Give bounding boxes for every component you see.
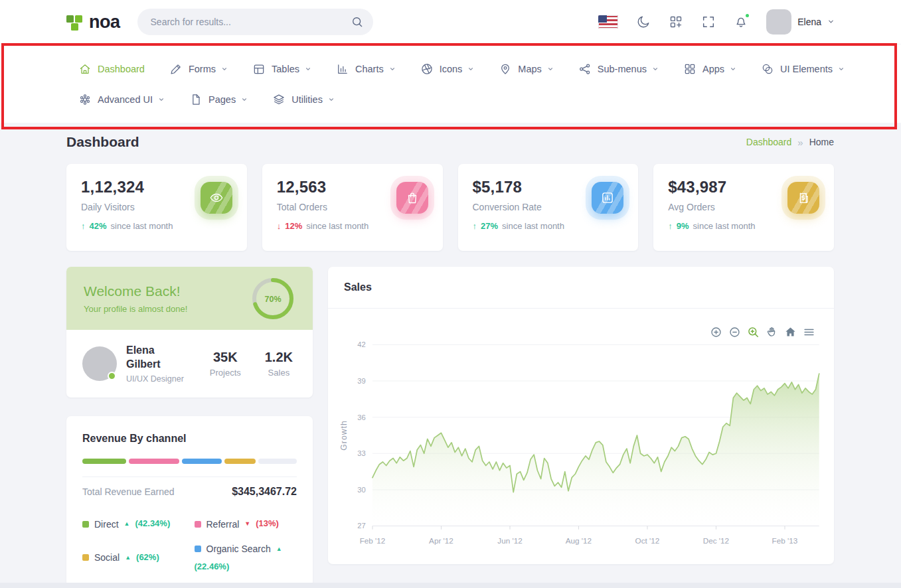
profile-progress-ring: 70% bbox=[250, 276, 295, 321]
svg-text:Apr '12: Apr '12 bbox=[429, 536, 453, 545]
triangle-down-icon: ▼ bbox=[244, 520, 250, 528]
pan-icon[interactable] bbox=[766, 326, 778, 338]
legend-percent: (42.34%) bbox=[135, 518, 170, 530]
progress-percent-label: 70% bbox=[264, 294, 281, 303]
revenue-legend: Direct▲(42.34%)Referral▼(13%)Social▲(62%… bbox=[82, 518, 297, 573]
user-name: Elena bbox=[797, 17, 821, 27]
sales-area-chart[interactable]: 423936333027Feb '12Apr '12Jun '12Aug '12… bbox=[337, 331, 829, 561]
us-flag-icon[interactable] bbox=[598, 15, 618, 29]
svg-text:Jun '12: Jun '12 bbox=[497, 536, 522, 545]
file-icon bbox=[189, 93, 203, 106]
welcome-title: Welcome Back! bbox=[84, 283, 187, 299]
chevron-down-icon bbox=[241, 96, 248, 103]
triangle-up-icon: ▲ bbox=[124, 520, 130, 528]
nav-item-label: Pages bbox=[208, 94, 236, 105]
bell-icon[interactable] bbox=[734, 15, 748, 29]
legend-swatch bbox=[195, 546, 201, 552]
moon-icon[interactable] bbox=[636, 15, 651, 29]
nav-item-label: Sub-menus bbox=[598, 64, 647, 74]
menu-icon[interactable] bbox=[803, 326, 815, 338]
nav-item-dashboard[interactable]: Dashboard bbox=[78, 62, 145, 76]
arrow-down-icon: ↓ bbox=[277, 221, 282, 231]
revenue-card: Revenue By channel Total Revenue Earned … bbox=[66, 416, 313, 587]
profile-stats: 35KProjects1.2KSales bbox=[210, 350, 297, 378]
legend-label: Social bbox=[94, 551, 120, 564]
layers-icon bbox=[272, 93, 286, 106]
profile-name: Elena Gilbert bbox=[126, 344, 173, 372]
search-icon[interactable] bbox=[351, 15, 364, 29]
revenue-segment-track bbox=[258, 459, 297, 464]
welcome-subtitle: Your profile is almost done! bbox=[84, 304, 187, 314]
nav-item-sub-menus[interactable]: Sub-menus bbox=[578, 62, 659, 76]
stat-card-daily-visitors: 1,12,324Daily Visitors↑42%since last mon… bbox=[66, 164, 247, 251]
stat-delta: ↑9%since last month bbox=[668, 221, 819, 231]
svg-text:33: 33 bbox=[357, 449, 365, 457]
breadcrumb: Dashboard » Home bbox=[746, 137, 834, 148]
nav-item-label: UI Elements bbox=[780, 64, 833, 74]
chevron-down-icon bbox=[328, 96, 335, 103]
svg-text:Feb '12: Feb '12 bbox=[360, 536, 386, 545]
brand-logo-icon bbox=[66, 13, 84, 31]
svg-text:Oct '12: Oct '12 bbox=[635, 536, 660, 545]
selection-zoom-icon[interactable] bbox=[747, 326, 760, 338]
breadcrumb-home[interactable]: Home bbox=[809, 137, 834, 147]
search-input[interactable] bbox=[151, 17, 351, 27]
stat-card-conversion-rate: $5,178Conversion Rate↑27%since last mont… bbox=[458, 164, 639, 251]
nav-item-tables[interactable]: Tables bbox=[252, 62, 311, 76]
brand-logo[interactable]: noa bbox=[66, 12, 120, 33]
fullscreen-icon[interactable] bbox=[701, 15, 716, 29]
chevron-down-icon bbox=[221, 66, 228, 72]
footer-strip bbox=[0, 583, 901, 588]
stat-delta: ↓12%since last month bbox=[277, 221, 428, 231]
home-icon bbox=[78, 62, 92, 76]
revenue-segment-social bbox=[224, 459, 256, 464]
nav-item-label: Dashboard bbox=[98, 64, 145, 74]
revenue-segment-referral bbox=[129, 459, 179, 464]
legend-label: Referral bbox=[206, 518, 240, 531]
zoom-in-icon[interactable] bbox=[710, 326, 722, 338]
notification-dot bbox=[744, 13, 750, 19]
revenue-total-row: Total Revenue Earned $345,3467.72 bbox=[82, 477, 297, 506]
grid-icon bbox=[683, 62, 696, 76]
nav-item-label: Apps bbox=[702, 64, 724, 74]
arrow-up-icon: ↑ bbox=[473, 221, 477, 231]
legend-label: Direct bbox=[94, 518, 119, 531]
nav-item-apps[interactable]: Apps bbox=[683, 62, 736, 76]
nav-item-label: Tables bbox=[272, 64, 299, 74]
svg-text:Aug '12: Aug '12 bbox=[566, 536, 592, 545]
stat-card-avg-orders: $43,987Avg Orders↑9%since last month bbox=[653, 164, 834, 251]
legend-swatch bbox=[195, 521, 201, 528]
user-menu[interactable]: Elena bbox=[766, 9, 835, 35]
chart-toolbar bbox=[710, 326, 815, 338]
nav-item-ui-elements[interactable]: UI Elements bbox=[761, 62, 845, 76]
aperture-icon bbox=[420, 62, 434, 76]
nav-item-advanced-ui[interactable]: Advanced UI bbox=[78, 93, 165, 106]
welcome-card: Welcome Back! Your profile is almost don… bbox=[66, 267, 313, 398]
svg-text:27: 27 bbox=[357, 522, 365, 530]
nav-row-2: Advanced UIPagesUtilities bbox=[78, 84, 874, 115]
grid-plus-icon[interactable] bbox=[669, 15, 683, 29]
home-icon[interactable] bbox=[784, 326, 797, 338]
top-header: noa bbox=[0, 0, 901, 44]
nav-item-icons[interactable]: Icons bbox=[420, 62, 475, 76]
search-bar bbox=[137, 9, 373, 35]
nav-item-forms[interactable]: Forms bbox=[169, 62, 228, 76]
nav-item-charts[interactable]: Charts bbox=[336, 62, 396, 76]
revenue-segment-direct bbox=[82, 459, 126, 464]
legend-item-organic-search: Organic Search▲(22.46%) bbox=[195, 542, 297, 573]
zoom-out-icon[interactable] bbox=[728, 326, 741, 338]
nav-item-label: Forms bbox=[189, 64, 216, 74]
nav-item-utilities[interactable]: Utilities bbox=[272, 93, 335, 106]
brand-name: noa bbox=[89, 12, 120, 33]
nav-item-label: Advanced UI bbox=[98, 94, 153, 105]
nav-item-pages[interactable]: Pages bbox=[189, 93, 248, 106]
stat-card-total-orders: 12,563Total Orders↓12%since last month bbox=[262, 164, 443, 251]
sales-title: Sales bbox=[344, 281, 372, 293]
nav-item-maps[interactable]: Maps bbox=[499, 62, 553, 76]
breadcrumb-dashboard[interactable]: Dashboard bbox=[746, 137, 792, 147]
avatar bbox=[766, 9, 791, 35]
chevron-down-icon bbox=[467, 66, 474, 72]
stat-delta: ↑27%since last month bbox=[473, 221, 624, 231]
welcome-card-body: Elena Gilbert UI/UX Designer 35KProjects… bbox=[66, 330, 313, 398]
svg-text:Dec '12: Dec '12 bbox=[703, 536, 729, 545]
